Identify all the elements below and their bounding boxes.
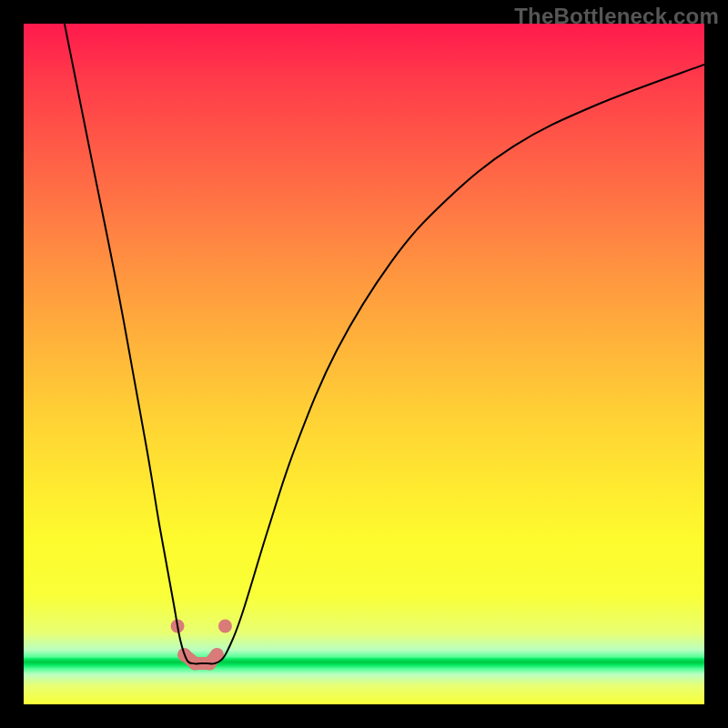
watermark-label: TheBottleneck.com: [514, 4, 719, 29]
curve-line-group: [65, 24, 704, 663]
curve-marker-dot: [218, 619, 232, 632]
bottleneck-curve-path: [65, 24, 704, 663]
bottleneck-curve-svg: [24, 24, 704, 704]
chart-plot-area: [24, 24, 704, 704]
